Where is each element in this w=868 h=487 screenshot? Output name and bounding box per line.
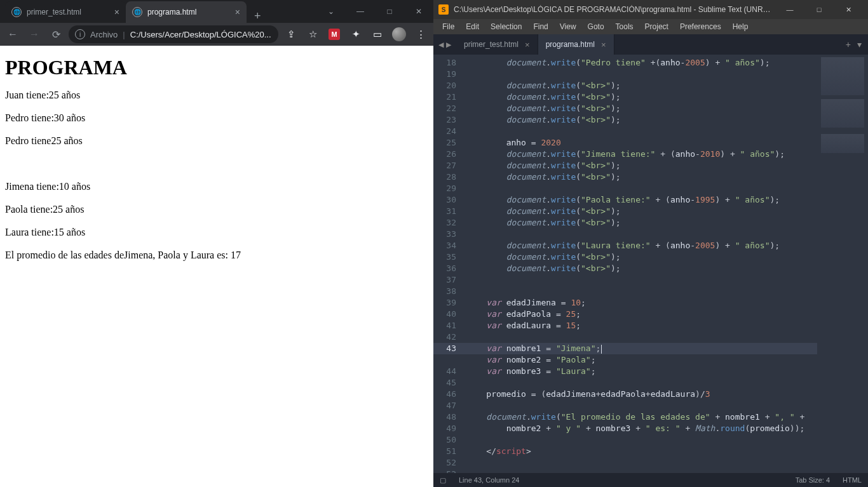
tab-close-icon[interactable]: × [114, 7, 119, 17]
line-number[interactable]: 47 [446, 401, 456, 410]
menu-help[interactable]: Help [728, 21, 754, 32]
code-line[interactable] [461, 274, 817, 286]
code-line[interactable] [461, 229, 817, 240]
line-number[interactable]: 37 [446, 275, 456, 284]
line-number[interactable]: 33 [446, 229, 456, 239]
code-line[interactable]: var nombre2 = "Paola"; [461, 354, 817, 366]
new-tab-button[interactable]: + [247, 10, 269, 23]
line-number[interactable]: 21 [446, 92, 456, 102]
line-number[interactable]: 40 [446, 309, 456, 319]
line-number[interactable]: 49 [446, 424, 456, 433]
menu-tools[interactable]: Tools [611, 21, 639, 32]
line-number[interactable]: 46 [446, 389, 456, 399]
maximize-icon[interactable]: □ [375, 0, 404, 23]
code-line[interactable]: document.write("<br>"); [461, 103, 817, 114]
line-number[interactable]: 24 [446, 126, 456, 136]
status-language[interactable]: HTML [843, 476, 862, 484]
line-number[interactable]: 48 [446, 412, 456, 422]
reload-button[interactable]: ⟳ [47, 25, 65, 43]
menu-file[interactable]: File [437, 21, 459, 32]
menu-goto[interactable]: Goto [583, 21, 609, 32]
code-line[interactable]: var edadJimena = 10; [461, 297, 817, 309]
line-number[interactable]: 28 [446, 172, 456, 182]
line-number[interactable]: 32 [446, 218, 456, 227]
line-number[interactable]: 44 [446, 366, 456, 376]
profile-avatar[interactable] [390, 25, 408, 43]
code-line[interactable]: document.write("<br>"); [461, 114, 817, 126]
tab-close-icon[interactable]: × [235, 7, 240, 17]
line-number[interactable]: 53 [446, 469, 456, 473]
line-number[interactable]: 52 [446, 458, 456, 467]
code-line[interactable] [461, 126, 817, 137]
mendeley-extension-icon[interactable]: M [325, 25, 343, 43]
code-line[interactable]: document.write("<br>"); [461, 80, 817, 91]
line-number[interactable]: 20 [446, 81, 456, 90]
line-number[interactable]: 42 [446, 332, 456, 342]
code-line[interactable]: document.write("Paola tiene:" + (anho-19… [461, 194, 817, 206]
line-number[interactable]: 39 [446, 298, 456, 307]
menu-find[interactable]: Find [528, 21, 553, 32]
menu-edit[interactable]: Edit [461, 21, 484, 32]
line-number[interactable]: 25 [446, 138, 456, 147]
line-number[interactable]: 38 [446, 286, 456, 296]
back-button[interactable]: ← [4, 25, 22, 43]
close-icon[interactable]: ✕ [404, 0, 433, 23]
code-line[interactable]: document.write("<br>"); [461, 263, 817, 274]
code-line[interactable] [461, 69, 817, 80]
chrome-dropdown-icon[interactable]: ⌄ [316, 0, 346, 23]
editor-body[interactable]: 1819202122232425262728293031323334353637… [433, 55, 868, 473]
line-number[interactable]: 29 [446, 183, 456, 193]
code-line[interactable]: nombre2 + " y " + nombre3 + " es: " + Ma… [461, 423, 817, 434]
minimize-icon[interactable]: — [346, 0, 375, 23]
code-line[interactable] [461, 331, 817, 343]
code-line[interactable]: document.write("<br>"); [461, 91, 817, 103]
minimap[interactable] [817, 55, 868, 473]
line-number[interactable]: 50 [446, 435, 456, 444]
status-panel-icon[interactable]: ▢ [440, 476, 446, 484]
line-number[interactable]: 34 [446, 241, 456, 250]
status-tab-size[interactable]: Tab Size: 4 [796, 476, 830, 484]
code-line[interactable] [461, 286, 817, 297]
code-line[interactable]: var nombre3 = "Laura"; [461, 366, 817, 377]
tab-history-arrows[interactable]: ◀ ▶ [433, 34, 456, 55]
code-line[interactable]: document.write("<br>"); [461, 251, 817, 263]
menu-preferences[interactable]: Preferences [675, 21, 726, 32]
line-number[interactable]: 26 [446, 149, 456, 159]
tab-close-icon[interactable]: × [525, 40, 530, 50]
line-number[interactable]: 22 [446, 103, 456, 113]
code-line[interactable]: document.write("<br>"); [461, 206, 817, 217]
line-number[interactable]: 31 [446, 206, 456, 216]
line-number[interactable]: 36 [446, 264, 456, 273]
chrome-menu-icon[interactable]: ⋮ [412, 25, 430, 43]
code-line[interactable]: document.write("<br>"); [461, 171, 817, 183]
bookmark-star-icon[interactable]: ☆ [304, 25, 322, 43]
line-number[interactable]: 19 [446, 69, 456, 79]
line-number[interactable]: 35 [446, 252, 456, 262]
line-number[interactable]: 51 [446, 446, 456, 456]
sublime-minimize-icon[interactable]: — [775, 0, 804, 19]
code-line[interactable]: document.write("<br>"); [461, 217, 817, 229]
code-line[interactable]: document.write("Laura tiene:" + (anho-20… [461, 240, 817, 251]
line-number[interactable]: 41 [446, 321, 456, 330]
reading-list-icon[interactable]: ▭ [369, 25, 386, 43]
tab-dropdown-icon[interactable]: ▾ [857, 39, 862, 50]
code-line[interactable]: promedio = (edadJimena+edadPaola+edadLau… [461, 389, 817, 400]
code-line[interactable]: document.write("<br>"); [461, 160, 817, 171]
line-number[interactable]: 30 [446, 195, 456, 204]
line-number[interactable]: 45 [446, 378, 456, 387]
code-line[interactable]: anho = 2020 [461, 137, 817, 149]
code-line[interactable] [461, 400, 817, 411]
menu-view[interactable]: View [555, 21, 581, 32]
code-area[interactable]: document.write("Pedro tiene" +(anho-2005… [461, 55, 817, 473]
code-line[interactable]: var edadLaura = 15; [461, 320, 817, 331]
code-line[interactable] [461, 377, 817, 389]
line-number[interactable]: 23 [446, 115, 456, 124]
code-line[interactable]: </script> [461, 446, 817, 457]
code-line[interactable]: document.write("El promedio de las edade… [461, 411, 817, 423]
line-number[interactable]: 18 [446, 58, 456, 67]
extensions-puzzle-icon[interactable]: ✦ [347, 25, 365, 43]
tab-close-icon[interactable]: × [601, 40, 606, 50]
code-line[interactable]: document.write("Jimena tiene:" + (anho-2… [461, 149, 817, 160]
line-gutter[interactable]: 1819202122232425262728293031323334353637… [433, 55, 461, 473]
address-bar[interactable]: i Archivo | C:/Users/Acer/Desktop/LÓGICA… [69, 25, 278, 43]
